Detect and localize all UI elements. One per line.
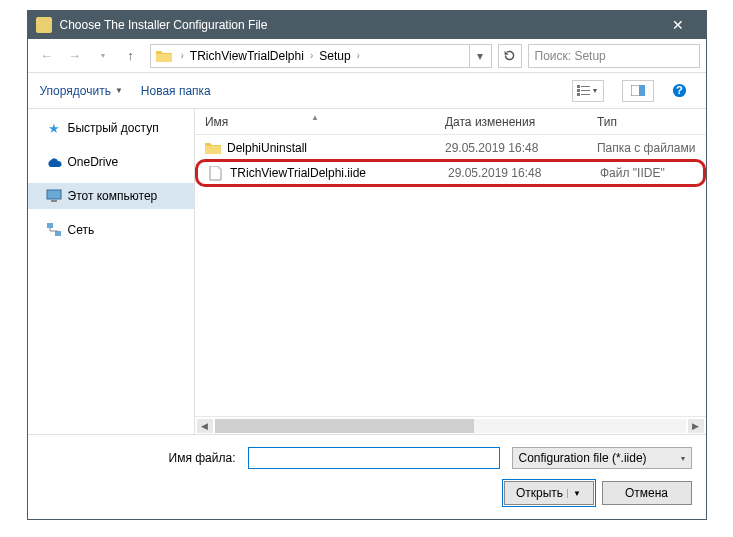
chevron-down-icon: ▼	[115, 86, 123, 95]
sidebar-item-label: Сеть	[68, 223, 95, 237]
help-icon: ?	[672, 83, 687, 98]
svg-rect-0	[577, 85, 580, 88]
open-button[interactable]: Открыть ▼	[504, 481, 594, 505]
horizontal-scrollbar[interactable]: ◀ ▶	[195, 416, 706, 434]
search-input[interactable]: Поиск: Setup	[528, 44, 700, 68]
pane-icon	[631, 85, 645, 96]
toolbar: Упорядочить ▼ Новая папка ▼ ?	[28, 73, 706, 109]
close-button[interactable]: ✕	[658, 17, 698, 33]
sidebar-item-label: Быстрый доступ	[68, 121, 159, 135]
file-pane: ▲ Имя Дата изменения Тип DelphiUninstall…	[195, 109, 706, 434]
chevron-down-icon: ▾	[681, 454, 685, 463]
column-type[interactable]: Тип	[587, 115, 706, 129]
sidebar-item-thispc[interactable]: Этот компьютер	[28, 183, 194, 209]
chevron-right-icon: ›	[353, 50, 364, 61]
file-list: DelphiUninstall 29.05.2019 16:48 Папка с…	[195, 135, 706, 416]
cancel-button[interactable]: Отмена	[602, 481, 692, 505]
sidebar-item-onedrive[interactable]: OneDrive	[28, 149, 194, 175]
scroll-right-icon[interactable]: ▶	[688, 419, 704, 433]
svg-rect-5	[581, 94, 590, 95]
forward-button[interactable]: →	[62, 43, 88, 69]
chevron-down-icon: ▼	[567, 489, 581, 498]
file-name: TRichViewTrialDelphi.iide	[230, 166, 366, 180]
filetype-filter[interactable]: Configuration file (*.iide) ▾	[512, 447, 692, 469]
recent-dropdown[interactable]: ▾	[90, 43, 116, 69]
chevron-right-icon: ›	[306, 50, 317, 61]
organize-button[interactable]: Упорядочить ▼	[40, 84, 123, 98]
new-folder-button[interactable]: Новая папка	[141, 84, 211, 98]
file-date: 29.05.2019 16:48	[438, 166, 590, 180]
star-icon: ★	[46, 120, 62, 136]
chevron-down-icon: ▼	[592, 87, 599, 94]
scroll-thumb[interactable]	[215, 419, 474, 433]
column-headers: ▲ Имя Дата изменения Тип	[195, 109, 706, 135]
titlebar: Choose The Installer Configuration File …	[28, 11, 706, 39]
breadcrumb-item[interactable]: Setup	[317, 49, 352, 63]
scroll-left-icon[interactable]: ◀	[197, 419, 213, 433]
chevron-right-icon: ›	[177, 50, 188, 61]
window-title: Choose The Installer Configuration File	[60, 18, 658, 32]
breadcrumb[interactable]: › TRichViewTrialDelphi › Setup › ▾	[150, 44, 492, 68]
help-button[interactable]: ?	[672, 83, 694, 98]
filename-input[interactable]	[248, 447, 500, 469]
svg-rect-4	[577, 93, 580, 96]
breadcrumb-item[interactable]: TRichViewTrialDelphi	[188, 49, 306, 63]
scroll-track[interactable]	[215, 419, 686, 433]
column-date[interactable]: Дата изменения	[435, 115, 587, 129]
back-button[interactable]: ←	[34, 43, 60, 69]
computer-icon	[46, 188, 62, 204]
column-name[interactable]: ▲ Имя	[195, 115, 435, 129]
network-icon	[46, 222, 62, 238]
footer: Имя файла: Configuration file (*.iide) ▾…	[28, 434, 706, 519]
sidebar-item-quickaccess[interactable]: ★ Быстрый доступ	[28, 115, 194, 141]
breadcrumb-dropdown[interactable]: ▾	[469, 45, 491, 67]
up-button[interactable]: ↑	[118, 43, 144, 69]
preview-pane-button[interactable]	[622, 80, 654, 102]
file-icon	[208, 165, 224, 181]
svg-text:?: ?	[676, 84, 683, 96]
folder-icon	[205, 140, 221, 156]
file-row-iide[interactable]: TRichViewTrialDelphi.iide 29.05.2019 16:…	[195, 159, 706, 187]
file-row-folder[interactable]: DelphiUninstall 29.05.2019 16:48 Папка с…	[195, 137, 706, 159]
sidebar-item-network[interactable]: Сеть	[28, 217, 194, 243]
svg-rect-10	[47, 190, 61, 199]
refresh-button[interactable]	[498, 44, 522, 68]
main-area: ★ Быстрый доступ OneDrive Этот компьютер	[28, 109, 706, 434]
sort-asc-icon: ▲	[311, 113, 319, 122]
filename-label: Имя файла:	[42, 451, 242, 465]
view-options-button[interactable]: ▼	[572, 80, 604, 102]
file-type: Папка с файлами	[587, 141, 706, 155]
sidebar: ★ Быстрый доступ OneDrive Этот компьютер	[28, 109, 195, 434]
svg-rect-3	[581, 90, 590, 91]
folder-icon	[155, 47, 173, 65]
file-name: DelphiUninstall	[227, 141, 307, 155]
svg-rect-13	[55, 231, 61, 236]
nav-row: ← → ▾ ↑ › TRichViewTrialDelphi › Setup ›…	[28, 39, 706, 73]
sidebar-item-label: OneDrive	[68, 155, 119, 169]
svg-rect-11	[51, 200, 57, 202]
file-type: Файл "IIDE"	[590, 166, 703, 180]
svg-rect-1	[581, 86, 590, 87]
svg-rect-12	[47, 223, 53, 228]
app-icon	[36, 17, 52, 33]
file-open-dialog: Choose The Installer Configuration File …	[27, 10, 707, 520]
file-date: 29.05.2019 16:48	[435, 141, 587, 155]
svg-rect-7	[639, 85, 645, 96]
cloud-icon	[46, 154, 62, 170]
svg-rect-2	[577, 89, 580, 92]
list-view-icon	[577, 85, 590, 96]
search-placeholder: Поиск: Setup	[535, 49, 606, 63]
sidebar-item-label: Этот компьютер	[68, 189, 158, 203]
